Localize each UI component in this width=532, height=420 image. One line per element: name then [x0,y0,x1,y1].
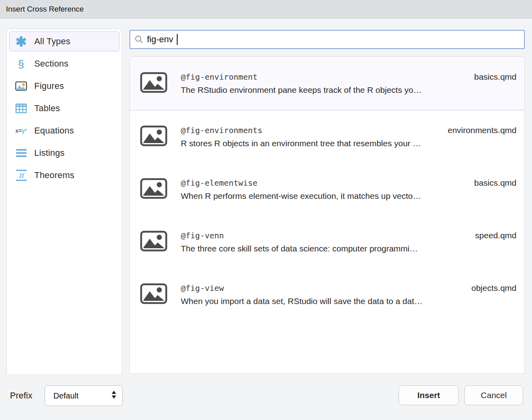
search-input[interactable]: fig-env [129,30,525,49]
sidebar-item-label: Theorems [34,170,74,181]
result-file: objects.qmd [471,283,516,293]
result-ref: @fig-elementwise [181,178,258,188]
figure-icon [15,80,27,92]
result-description: R stores R objects in an environment tre… [181,139,516,148]
result-item-fig-environment[interactable]: @fig-environment basics.qmd The RStudio … [129,56,525,110]
result-item-fig-view[interactable]: @fig-view objects.qmd When you import a … [130,268,524,321]
listing-icon [15,147,27,159]
prefix-dropdown[interactable]: Default [45,385,123,406]
insert-button[interactable]: Insert [399,385,459,405]
sidebar-item-figures[interactable]: Figures [9,76,119,96]
result-item-fig-venn[interactable]: @fig-venn speed.qmd The three core skill… [130,216,524,268]
result-file: environments.qmd [448,126,516,135]
asterisk-icon [15,35,27,48]
sidebar-item-label: Tables [34,103,60,114]
sidebar-item-label: Sections [34,59,68,69]
dialog-titlebar: Insert Cross Reference [0,0,532,19]
image-placeholder-icon [140,126,167,148]
result-file: basics.qmd [474,72,516,82]
sidebar-item-sections[interactable]: § Sections [9,54,119,74]
result-description: The three core skill sets of data scienc… [181,244,516,253]
image-placeholder-icon [140,231,167,253]
result-file: speed.qmd [475,231,516,240]
sidebar-item-all-types[interactable]: All Types [9,31,119,51]
image-placeholder-icon [140,283,167,306]
cross-reference-results-list: @fig-environment basics.qmd The RStudio … [129,56,525,374]
theorem-icon: π [15,169,27,182]
result-description: When R performs element-wise execution, … [181,191,516,201]
equation-icon: x=y² [15,124,27,137]
sidebar-item-label: Listings [34,148,65,158]
result-item-fig-environments[interactable]: @fig-environments environments.qmd R sto… [130,110,524,163]
image-placeholder-icon [140,72,167,94]
table-icon [15,102,27,115]
result-ref: @fig-environment [181,72,258,82]
type-filter-sidebar: All Types § Sections Figures Ta [6,29,122,375]
result-description: When you import a data set, RStudio will… [181,296,516,306]
image-placeholder-icon [140,178,167,200]
dialog-title: Insert Cross Reference [6,5,84,14]
result-ref: @fig-venn [181,231,224,240]
sidebar-item-theorems[interactable]: π Theorems [9,165,119,185]
prefix-label: Prefix [10,391,32,401]
search-icon [135,35,143,44]
chevron-up-down-icon [111,391,117,401]
sidebar-item-label: Figures [34,81,64,91]
result-description: The RStudio environment pane keeps track… [181,85,516,95]
sidebar-item-listings[interactable]: Listings [9,143,119,163]
sidebar-item-label: Equations [34,126,74,136]
section-icon: § [15,57,27,70]
sidebar-item-label: All Types [34,36,70,47]
result-ref: @fig-environments [181,126,262,135]
text-cursor [177,34,178,45]
cancel-button[interactable]: Cancel [464,385,523,405]
search-query-text: fig-env [147,34,173,45]
result-item-fig-elementwise[interactable]: @fig-elementwise basics.qmd When R perfo… [130,163,524,216]
sidebar-item-tables[interactable]: Tables [9,98,119,118]
result-file: basics.qmd [474,178,516,188]
result-ref: @fig-view [181,283,224,293]
sidebar-item-equations[interactable]: x=y² Equations [9,121,119,141]
prefix-dropdown-value: Default [53,391,78,400]
